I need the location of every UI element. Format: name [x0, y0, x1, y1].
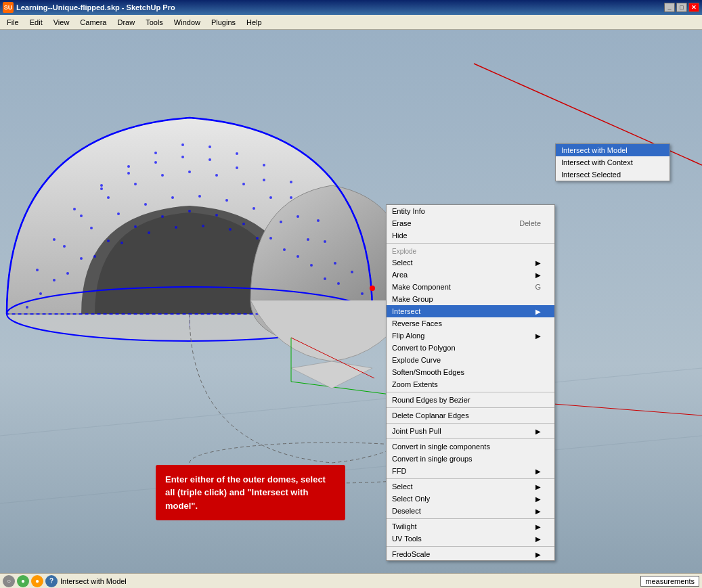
ctx-select[interactable]: Select ▶: [387, 256, 554, 269]
ctx-convert-polygon[interactable]: Convert to Polygon: [387, 342, 554, 354]
menu-window[interactable]: Window: [169, 17, 206, 28]
measurements-box: measurements: [640, 576, 699, 587]
svg-point-43: [253, 207, 255, 210]
svg-point-77: [290, 181, 292, 183]
ctx-convert-single-components[interactable]: Convert in single components: [387, 440, 554, 453]
ctx-separator-8: [387, 546, 554, 547]
ctx-make-group[interactable]: Make Group: [387, 293, 554, 305]
svg-point-26: [134, 225, 137, 228]
svg-point-38: [117, 212, 120, 215]
svg-point-61: [100, 187, 103, 190]
ctx-zoom-extents[interactable]: Zoom Extents: [387, 378, 554, 390]
ctx-hide[interactable]: Hide: [387, 229, 554, 242]
submenu-intersect-selected[interactable]: Intersect Selected: [556, 168, 670, 181]
svg-point-51: [134, 183, 137, 185]
svg-point-50: [107, 196, 110, 199]
svg-point-29: [215, 214, 218, 217]
svg-point-42: [225, 199, 228, 202]
svg-point-59: [351, 271, 353, 273]
ctx-select-2[interactable]: Select ▶: [387, 480, 554, 493]
svg-point-25: [107, 240, 110, 242]
menu-camera[interactable]: Camera: [74, 17, 112, 28]
svg-point-19: [283, 248, 286, 251]
ctx-soften-smooth[interactable]: Soften/Smooth Edges: [387, 366, 554, 378]
menu-view[interactable]: View: [48, 17, 75, 28]
menu-help[interactable]: Help: [241, 17, 267, 28]
svg-point-32: [297, 255, 299, 258]
svg-point-46: [334, 262, 336, 265]
svg-point-23: [53, 279, 56, 281]
maximize-button[interactable]: □: [676, 3, 687, 12]
ctx-reverse-faces[interactable]: Reverse Faces: [387, 317, 554, 330]
svg-point-67: [263, 179, 265, 181]
ctx-ffd[interactable]: FFD ▶: [387, 465, 554, 477]
ctx-flip-along[interactable]: Flip Along ▶: [387, 330, 554, 342]
title-bar: SU Learning--Unique-flipped.skp - Sketch…: [0, 0, 702, 15]
svg-point-54: [215, 174, 218, 177]
close-button[interactable]: ✕: [688, 3, 699, 12]
svg-point-69: [317, 219, 320, 222]
menu-edit[interactable]: Edit: [24, 17, 48, 28]
ctx-uv-tools[interactable]: UV Tools ▶: [387, 533, 554, 545]
submenu-intersect-context[interactable]: Intersect with Context: [556, 156, 670, 168]
ctx-separator-6: [387, 478, 554, 479]
menu-plugins[interactable]: Plugins: [206, 17, 241, 28]
ctx-separator-2: [387, 392, 554, 392]
ctx-area[interactable]: Area ▶: [387, 269, 554, 281]
status-icon-circle-1[interactable]: ○: [3, 575, 15, 587]
svg-point-16: [202, 225, 204, 227]
svg-point-57: [297, 215, 299, 218]
svg-point-73: [181, 143, 184, 146]
tooltip-text: Enter either of the outer domes, select …: [165, 474, 326, 511]
ctx-twilight[interactable]: Twilight ▶: [387, 520, 554, 533]
submenu-intersect-model[interactable]: Intersect with Model: [556, 144, 670, 156]
svg-point-79: [370, 286, 375, 291]
ctx-separator-5: [387, 438, 554, 439]
ctx-fredo-scale[interactable]: FredoScale ▶: [387, 548, 554, 560]
svg-point-72: [154, 152, 157, 154]
ctx-round-edges[interactable]: Round Edges by Bezier: [387, 394, 554, 406]
svg-point-40: [171, 196, 174, 199]
ctx-explode-curve[interactable]: Explode Curve: [387, 354, 554, 366]
svg-point-35: [36, 269, 39, 271]
svg-point-21: [337, 282, 340, 285]
svg-point-22: [26, 306, 28, 309]
title-bar-buttons: _ □ ✕: [664, 3, 699, 12]
svg-point-75: [236, 152, 238, 155]
svg-point-47: [361, 292, 364, 295]
ctx-intersect[interactable]: Intersect ▶: [387, 305, 554, 317]
ctx-make-component[interactable]: Make Component G: [387, 281, 554, 293]
svg-point-33: [324, 277, 326, 280]
svg-point-39: [144, 203, 147, 206]
status-icon-circle-2[interactable]: ●: [17, 575, 29, 587]
help-icon[interactable]: ?: [45, 575, 58, 587]
svg-point-17: [229, 228, 232, 231]
ctx-joint-push[interactable]: Joint Push Pull ▶: [387, 425, 554, 437]
ctx-explode-header: Explode: [387, 245, 554, 256]
svg-point-45: [307, 238, 309, 241]
ctx-convert-single-groups[interactable]: Convert in single groups: [387, 453, 554, 465]
svg-point-15: [175, 226, 177, 229]
menu-file[interactable]: File: [1, 17, 24, 28]
ctx-erase[interactable]: Erase Delete: [387, 217, 554, 229]
app-icon: SU: [3, 2, 14, 13]
svg-point-62: [127, 172, 130, 175]
ctx-separator-7: [387, 518, 554, 519]
status-bar: ○ ● ● ? Intersect with Model measurement…: [0, 573, 702, 588]
svg-point-44: [280, 221, 282, 223]
ctx-deselect[interactable]: Deselect ▶: [387, 505, 554, 517]
ctx-select-only[interactable]: Select Only ▶: [387, 493, 554, 505]
main-viewport-area: Entity Info Erase Delete Hide Explode Se…: [0, 30, 702, 588]
menu-draw[interactable]: Draw: [112, 17, 140, 28]
ctx-delete-coplanar[interactable]: Delete Coplanar Edges: [387, 409, 554, 422]
svg-point-11: [66, 272, 69, 275]
minimize-button[interactable]: _: [664, 3, 675, 12]
menu-tools[interactable]: Tools: [140, 17, 169, 28]
ctx-entity-info[interactable]: Entity Info: [387, 205, 554, 217]
status-icon-circle-3[interactable]: ●: [31, 575, 43, 587]
svg-point-55: [242, 183, 245, 185]
svg-point-63: [154, 161, 157, 164]
svg-point-30: [242, 223, 245, 225]
svg-point-70: [100, 184, 103, 187]
ctx-separator-3: [387, 407, 554, 408]
